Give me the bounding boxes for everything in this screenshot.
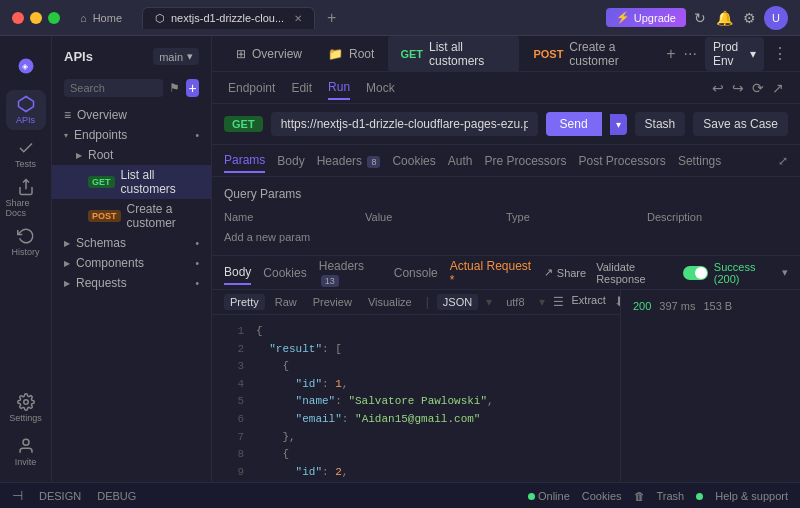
close-button[interactable]: [12, 12, 24, 24]
sidebar-item-share-docs[interactable]: Share Docs: [6, 178, 46, 218]
tab-mock[interactable]: Mock: [366, 77, 395, 99]
param-tab-headers-label: Headers: [317, 154, 362, 168]
param-tab-settings[interactable]: Settings: [678, 150, 721, 172]
tree-root[interactable]: ▶ Root: [52, 145, 211, 165]
resp-tab-console[interactable]: Console: [394, 262, 438, 284]
add-item-button[interactable]: +: [186, 79, 199, 97]
format-json-tab[interactable]: JSON: [437, 294, 478, 310]
tab-close-icon[interactable]: ✕: [294, 13, 302, 24]
format-utf8-tab[interactable]: utf8: [500, 294, 530, 310]
param-tab-auth[interactable]: Auth: [448, 150, 473, 172]
share-button[interactable]: ↗ Share: [544, 266, 586, 279]
separator3: ▾: [539, 295, 545, 309]
tab-create-customer[interactable]: POST Create a customer: [521, 36, 664, 72]
file-tree-search: ⚑ +: [52, 75, 211, 101]
tree-components[interactable]: ▶ Components •: [52, 253, 211, 273]
gear-icon[interactable]: ⚙: [743, 10, 756, 26]
param-tab-post-processors[interactable]: Post Processors: [579, 150, 666, 172]
help-button[interactable]: Help & support: [715, 490, 788, 502]
maximize-button[interactable]: [48, 12, 60, 24]
tab-overview[interactable]: ⊞ Overview: [224, 43, 314, 65]
param-tab-headers[interactable]: Headers 8: [317, 150, 381, 172]
format-tab-visualize[interactable]: Visualize: [362, 294, 418, 310]
design-button[interactable]: DESIGN: [39, 490, 81, 502]
extract-label[interactable]: Extract: [572, 294, 606, 310]
tab-list-customers-label: List all customers: [429, 40, 507, 68]
resp-tab-headers[interactable]: Headers 13: [319, 256, 382, 291]
sidebar-share-docs-label: Share Docs: [6, 198, 46, 218]
sidebar-item-invite[interactable]: Invite: [6, 432, 46, 472]
share-icon[interactable]: ↗: [772, 80, 784, 96]
format-tabs: Pretty Raw Preview Visualize: [224, 294, 418, 310]
refresh-icon[interactable]: ↻: [694, 10, 706, 26]
add-param-button[interactable]: Add a new param: [224, 229, 788, 245]
param-tab-pre-processors[interactable]: Pre Processors: [484, 150, 566, 172]
param-tab-params[interactable]: Params: [224, 149, 265, 173]
branch-selector[interactable]: main ▾: [153, 48, 199, 65]
top-icons: ↻ 🔔 ⚙: [694, 10, 756, 26]
minimize-button[interactable]: [30, 12, 42, 24]
format-tab-pretty[interactable]: Pretty: [224, 294, 265, 310]
param-tabs: Params Body Headers 8 Cookies Auth Pre P…: [212, 145, 800, 177]
main-area: ◈ APIs Tests Share Docs History Settings…: [0, 36, 800, 482]
tree-endpoints[interactable]: ▾ Endpoints •: [52, 125, 211, 145]
send-dropdown-button[interactable]: ▾: [610, 114, 627, 135]
env-selector[interactable]: Prod Env ▾: [705, 37, 764, 71]
tree-list-customers[interactable]: GET List all customers: [52, 165, 211, 199]
format-raw-label: Raw: [275, 296, 297, 308]
tree-create-customer[interactable]: POST Create a customer: [52, 199, 211, 233]
param-tab-cookies[interactable]: Cookies: [392, 150, 435, 172]
toggle-switch[interactable]: [683, 266, 708, 280]
tab-edit[interactable]: Edit: [291, 77, 312, 99]
tab-endpoint[interactable]: Endpoint: [228, 77, 275, 99]
list-icon[interactable]: ☰: [553, 295, 564, 309]
tab-root[interactable]: 📁 Root: [316, 43, 386, 65]
menu-icon[interactable]: ⋮: [772, 44, 788, 63]
traffic-lights: [12, 12, 60, 24]
requests-badge: •: [195, 278, 199, 289]
sidebar-item-settings[interactable]: Settings: [6, 388, 46, 428]
debug-button[interactable]: DEBUG: [97, 490, 136, 502]
tab-run[interactable]: Run: [328, 76, 350, 100]
redo-icon[interactable]: ↪: [732, 80, 744, 96]
tab-list-customers[interactable]: GET List all customers: [388, 36, 519, 72]
sidebar-item-history[interactable]: History: [6, 222, 46, 262]
avatar[interactable]: U: [764, 6, 788, 30]
upgrade-button[interactable]: ⚡ Upgrade: [606, 8, 686, 27]
save-case-button[interactable]: Save as Case: [693, 112, 788, 136]
trash-icon[interactable]: 🗑: [634, 490, 645, 502]
collapse-icon[interactable]: ⊣: [12, 488, 23, 503]
more-options-icon[interactable]: ···: [684, 45, 697, 63]
filter-icon[interactable]: ⚑: [169, 81, 180, 95]
sidebar-item-tests[interactable]: Tests: [6, 134, 46, 174]
resp-tab-body[interactable]: Body: [224, 261, 251, 285]
share-label: Share: [557, 267, 586, 279]
tree-requests[interactable]: ▶ Requests •: [52, 273, 211, 293]
format-tab-raw[interactable]: Raw: [269, 294, 303, 310]
send-button[interactable]: Send: [546, 112, 602, 136]
active-tab[interactable]: ⬡ nextjs-d1-drizzle-clou... ✕: [142, 7, 315, 29]
param-tab-body[interactable]: Body: [277, 150, 304, 172]
stash-button[interactable]: Stash: [635, 112, 686, 136]
undo-icon[interactable]: ↩: [712, 80, 724, 96]
new-tab-button[interactable]: +: [327, 9, 336, 27]
format-tab-preview[interactable]: Preview: [307, 294, 358, 310]
expand-icon[interactable]: ⤢: [778, 154, 788, 168]
trash-label[interactable]: Trash: [657, 490, 685, 502]
search-input[interactable]: [64, 79, 163, 97]
tab-mock-label: Mock: [366, 81, 395, 95]
tree-overview[interactable]: ≡ Overview: [52, 105, 211, 125]
chevron-down-icon[interactable]: ▾: [782, 266, 788, 279]
bell-icon[interactable]: 🔔: [716, 10, 733, 26]
sidebar-item-apis[interactable]: APIs: [6, 90, 46, 130]
cookies-button[interactable]: Cookies: [582, 490, 622, 502]
chevron-right-icon: ▶: [64, 259, 70, 268]
url-input[interactable]: [271, 112, 538, 136]
history-icon[interactable]: ⟳: [752, 80, 764, 96]
resp-tab-actual-request[interactable]: Actual Request *: [450, 256, 532, 291]
undo-redo: ↩ ↪ ⟳ ↗: [712, 80, 784, 96]
add-tab-icon[interactable]: +: [666, 45, 675, 63]
home-tab[interactable]: ⌂ Home: [68, 8, 134, 28]
tree-schemas[interactable]: ▶ Schemas •: [52, 233, 211, 253]
resp-tab-cookies[interactable]: Cookies: [263, 262, 306, 284]
